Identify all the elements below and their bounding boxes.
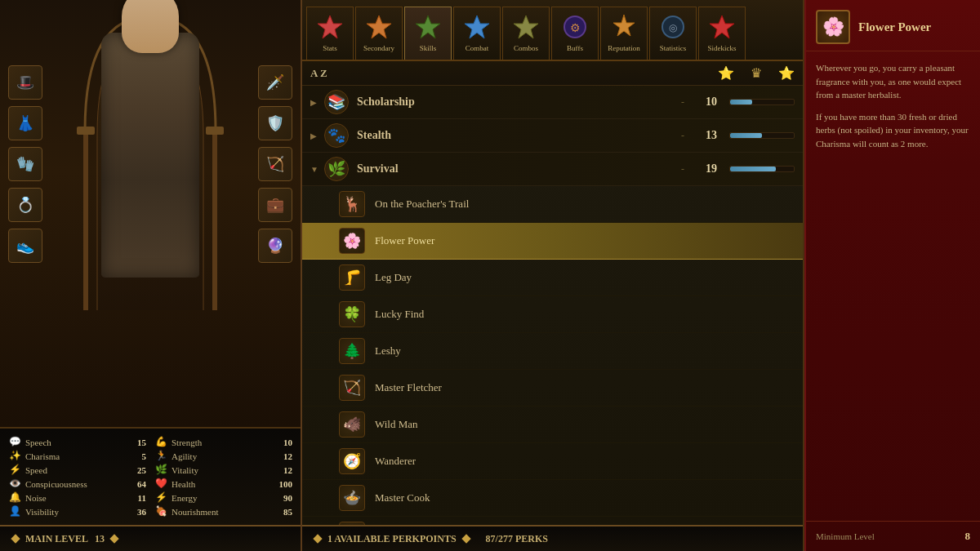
equip-slot-bag[interactable]: 💼 xyxy=(258,188,292,222)
tab-reputation[interactable]: Reputation xyxy=(600,7,648,60)
detail-icon: 🌸 xyxy=(816,10,850,44)
skill-leshy[interactable]: 🌲 Leshy xyxy=(302,333,803,370)
filter-star-icon[interactable]: ⭐ xyxy=(718,65,734,81)
skill-on-the-poachers-trail[interactable]: 🦌 On the Poacher's Trail xyxy=(302,186,803,223)
skill-wild-man[interactable]: 🐗 Wild Man xyxy=(302,407,803,443)
tab-combos[interactable]: Combos xyxy=(502,7,550,60)
detail-title: Flower Power xyxy=(858,20,931,34)
svg-marker-5 xyxy=(367,16,391,38)
stealth-name: Stealth xyxy=(357,129,681,142)
tab-combat[interactable]: Combat xyxy=(453,7,501,60)
charisma-value: 5 xyxy=(123,451,146,461)
category-scholarship[interactable]: ▶ 📚 Scholarship - 10 xyxy=(302,86,803,119)
equip-slot-boots[interactable]: 👟 xyxy=(8,229,42,263)
middle-panel: Stats Secondary Skills xyxy=(302,0,804,551)
skill-lucky-find[interactable]: 🍀 Lucky Find xyxy=(302,296,803,333)
agility-icon: 🏃 xyxy=(154,450,167,462)
skill-name-leshy: Leshy xyxy=(375,344,795,358)
equip-slot-sword[interactable]: 🗡️ xyxy=(258,65,292,100)
speech-icon: 💬 xyxy=(8,436,21,448)
health-value: 100 xyxy=(270,479,292,489)
tab-skills-icon xyxy=(412,11,443,42)
tab-secondary[interactable]: Secondary xyxy=(355,7,403,60)
visibility-label: Visibility xyxy=(25,507,119,517)
health-icon: ❤️ xyxy=(154,478,167,490)
tab-sidekicks[interactable]: Sidekicks xyxy=(698,7,746,60)
noise-label: Noise xyxy=(25,493,119,503)
skill-icon-wanderer: 🧭 xyxy=(339,448,365,474)
tab-secondary-label: Secondary xyxy=(363,44,394,52)
equip-slot-armor[interactable]: 👗 xyxy=(8,106,42,140)
visibility-icon: 👤 xyxy=(8,505,21,518)
agility-value: 12 xyxy=(270,451,292,461)
tab-bar: Stats Secondary Skills xyxy=(302,0,803,61)
tab-combat-icon xyxy=(461,11,492,42)
svg-marker-6 xyxy=(416,16,440,38)
scholarship-bar xyxy=(730,100,752,104)
detail-desc-1: Wherever you go, you carry a pleasant fr… xyxy=(816,61,970,102)
tab-buffs[interactable]: ⚙ Buffs xyxy=(551,7,599,60)
svg-marker-7 xyxy=(465,16,489,38)
speed-value: 25 xyxy=(123,465,146,475)
tab-statistics[interactable]: ◎ Statistics xyxy=(649,7,697,60)
category-stealth[interactable]: ▶ 🐾 Stealth - 13 xyxy=(302,119,803,153)
equip-slot-bow[interactable]: 🏹 xyxy=(258,147,292,181)
tab-combos-icon xyxy=(510,11,541,42)
character-figure xyxy=(85,16,216,294)
conspicuousness-label: Conspicuousness xyxy=(25,479,119,489)
equip-slot-ring[interactable]: 💍 xyxy=(8,188,42,222)
tab-reputation-label: Reputation xyxy=(608,44,640,52)
skills-list[interactable]: ▶ 📚 Scholarship - 10 ▶ 🐾 Stealth - 13 xyxy=(302,86,803,525)
skill-bounty-wild[interactable]: 🌾 Bounty of the Wild xyxy=(302,517,803,525)
survival-category-icon: 🌿 xyxy=(324,157,349,181)
character-head xyxy=(122,0,179,53)
vitality-value: 12 xyxy=(270,465,292,475)
stat-conspicuousness: 👁️ Conspicuousness 64 xyxy=(8,477,146,491)
nourishment-icon: 🍖 xyxy=(154,505,167,518)
filter-crown-icon[interactable]: ♛ xyxy=(751,65,762,81)
perk-diamond xyxy=(313,534,322,543)
skill-master-cook[interactable]: 🍲 Master Cook xyxy=(302,480,803,517)
survival-bar xyxy=(730,167,776,171)
tab-stats[interactable]: Stats xyxy=(306,7,354,60)
stat-agility: 🏃 Agility 12 xyxy=(154,449,292,463)
category-survival[interactable]: ▼ 🌿 Survival - 19 xyxy=(302,153,803,186)
stat-speech: 💬 Speech 15 xyxy=(8,435,146,449)
survival-name: Survival xyxy=(357,162,681,176)
tab-statistics-label: Statistics xyxy=(660,44,687,52)
main-level-value: 13 xyxy=(95,533,105,545)
health-label: Health xyxy=(172,479,265,489)
stealth-category-icon: 🐾 xyxy=(324,123,349,148)
skill-wanderer[interactable]: 🧭 Wanderer xyxy=(302,443,803,480)
svg-marker-8 xyxy=(514,16,538,38)
equip-slot-gloves[interactable]: 🧤 xyxy=(8,147,42,181)
equip-slot-helmet[interactable]: 🎩 xyxy=(8,65,42,100)
speech-value: 15 xyxy=(123,438,146,447)
stats-panel: 💬 Speech 15 ✨ Charisma 5 ⚡ Speed 25 👁️ C… xyxy=(0,427,301,525)
survival-expand-icon: ▼ xyxy=(310,165,320,174)
svg-marker-4 xyxy=(318,16,342,38)
skill-leg-day[interactable]: 🦵 Leg Day xyxy=(302,260,803,296)
stats-left-col: 💬 Speech 15 ✨ Charisma 5 ⚡ Speed 25 👁️ C… xyxy=(8,435,146,518)
conspicuousness-icon: 👁️ xyxy=(8,478,21,490)
detail-description: Wherever you go, you carry a pleasant fr… xyxy=(806,51,980,521)
perks-total-item: 87/277 PERKS xyxy=(486,533,548,545)
tab-skills[interactable]: Skills xyxy=(404,7,452,60)
skill-flower-power[interactable]: 🌸 Flower Power xyxy=(302,223,803,260)
tab-sidekicks-label: Sidekicks xyxy=(708,44,737,52)
equip-slot-trinket[interactable]: 🔮 xyxy=(258,229,292,263)
tab-stats-icon xyxy=(314,11,345,42)
vitality-icon: 🌿 xyxy=(154,464,167,476)
equip-slot-shield[interactable]: 🛡️ xyxy=(258,106,292,140)
filter-az-label[interactable]: A Z xyxy=(310,67,327,80)
charisma-label: Charisma xyxy=(25,451,119,461)
stealth-bar xyxy=(730,133,762,138)
skill-name-lucky: Lucky Find xyxy=(375,308,795,321)
stat-health: ❤️ Health 100 xyxy=(154,477,292,491)
skill-master-fletcher[interactable]: 🏹 Master Fletcher xyxy=(302,370,803,407)
filter-star2-icon[interactable]: ⭐ xyxy=(778,65,795,81)
character-body xyxy=(101,33,199,278)
perk-diamond-right xyxy=(461,534,470,543)
tab-skills-label: Skills xyxy=(420,44,437,52)
skill-icon-leg: 🦵 xyxy=(339,264,365,291)
